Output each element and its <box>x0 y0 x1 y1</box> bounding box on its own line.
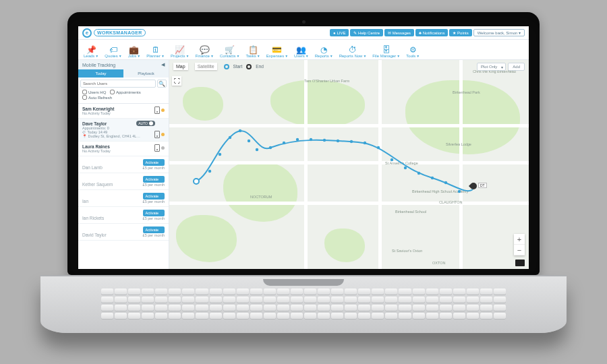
nav-leads[interactable]: 📌Leads▼ <box>84 46 98 58</box>
live-pill[interactable]: ● LIVE <box>330 29 349 36</box>
phone-icon <box>154 131 160 138</box>
end-marker-icon <box>246 64 252 69</box>
brand-mark: e <box>82 28 92 38</box>
activate-button[interactable]: Activate <box>143 176 165 183</box>
inactive-user-row: Dan LambActivate£5 per month <box>78 156 169 173</box>
sidebar-title: Mobile Tracking◀ <box>78 60 169 69</box>
svg-point-13 <box>350 140 353 143</box>
fullscreen-button[interactable]: ⛶ <box>172 76 181 86</box>
pin-icon: 📌 <box>86 46 96 54</box>
phone-icon <box>154 144 160 152</box>
help-centre-pill[interactable]: ✎ Help Centre <box>350 29 383 36</box>
briefcase-icon: 💼 <box>129 46 139 54</box>
cart-icon: 🛒 <box>225 46 235 54</box>
nav-users[interactable]: 👥Users▼ <box>294 46 309 58</box>
svg-point-11 <box>323 139 326 142</box>
svg-point-8 <box>283 142 285 144</box>
activate-button[interactable]: Activate <box>143 159 165 166</box>
end-marker[interactable]: DT <box>470 183 480 192</box>
phone-icon <box>154 107 160 114</box>
filter-auto-refresh[interactable]: Auto Refresh <box>82 95 112 100</box>
nav-finance[interactable]: 💬Finance▼ <box>196 46 214 58</box>
svg-point-16 <box>391 158 393 161</box>
tracking-route <box>169 60 529 269</box>
nav-reports-now[interactable]: ⏱Reports Now▼ <box>339 46 367 58</box>
map-type-tabs: Map Satellite Start End <box>173 63 264 70</box>
svg-point-1 <box>208 170 211 173</box>
nav-expenses[interactable]: 💳Expenses▼ <box>266 46 288 58</box>
user-row[interactable]: Laura Raines No Activity Today <box>78 142 169 156</box>
brand-logo[interactable]: e WORKSMANAGER <box>82 28 146 38</box>
laptop-mockup: e WORKSMANAGER ● LIVE ✎ Help Centre ✉ Me… <box>67 12 540 336</box>
tab-today[interactable]: Today <box>78 69 123 78</box>
inactive-user-row: IanActivate£5 per month <box>78 190 169 207</box>
svg-point-2 <box>219 153 221 156</box>
status-dot <box>161 133 165 136</box>
streetview-thumb[interactable] <box>515 260 525 266</box>
satellite-tab[interactable]: Satellite <box>195 63 217 70</box>
nav-contacts[interactable]: 🛒Contacts▼ <box>220 46 240 58</box>
nav-file-manager[interactable]: 🗄File Manager▼ <box>372 46 400 58</box>
map-area[interactable]: Tam O'Shanter Urban FarmBirkenhead ParkC… <box>169 60 529 269</box>
filter-checkboxes: Users HQ Appointments Auto Refresh <box>78 90 169 104</box>
archive-icon: 🗄 <box>382 46 391 54</box>
svg-point-9 <box>296 138 299 141</box>
pie-icon: ◔ <box>320 46 327 54</box>
nav-jobs[interactable]: 💼Jobs▼ <box>128 46 141 58</box>
plot-dropdown[interactable]: Plot Only <box>477 63 506 71</box>
map-tab[interactable]: Map <box>173 63 188 70</box>
clipboard-icon: 📋 <box>248 46 258 54</box>
close-icon[interactable]: ◀ <box>161 62 165 67</box>
add-button[interactable]: Add <box>508 63 525 71</box>
svg-point-19 <box>431 177 434 179</box>
route-legend: Start End <box>224 64 264 69</box>
svg-point-0 <box>194 179 199 184</box>
activate-button[interactable]: Activate <box>143 193 165 200</box>
auto-badge[interactable]: AUTO <box>136 121 155 126</box>
nav-reports[interactable]: ◔Reports▼ <box>315 46 333 58</box>
notifications-pill[interactable]: ♣ Notifications <box>415 29 448 36</box>
start-marker-icon <box>224 64 229 69</box>
inactive-user-row: David TaylorActivate£5 per month <box>78 224 169 241</box>
clock-icon: ⏱ <box>349 46 357 54</box>
chart-icon: 📈 <box>175 46 185 54</box>
filter-users-hq[interactable]: Users HQ <box>82 90 106 94</box>
laptop-deck <box>40 275 567 333</box>
svg-point-6 <box>256 148 258 151</box>
status-dot <box>161 109 165 112</box>
nav-tools[interactable]: ⚙Tools▼ <box>406 46 420 58</box>
activate-button[interactable]: Activate <box>143 226 165 233</box>
activate-button[interactable]: Activate <box>143 210 165 216</box>
svg-point-12 <box>337 140 339 142</box>
svg-point-20 <box>444 181 447 184</box>
user-menu[interactable]: Welcome back, Simon ▾ <box>473 29 525 36</box>
user-row-selected[interactable]: Dave Taylor Appointments: 0 ⏱ Today 14:4… <box>78 119 169 142</box>
tab-playback[interactable]: Playback <box>123 69 169 78</box>
top-bar: e WORKSMANAGER ● LIVE ✎ Help Centre ✉ Me… <box>78 26 529 40</box>
camera-dot <box>302 20 306 24</box>
svg-point-15 <box>377 146 380 149</box>
zoom-out-button[interactable]: − <box>514 245 525 255</box>
nav-quotes[interactable]: 🏷Quotes▼ <box>105 46 121 58</box>
search-users-input[interactable] <box>80 80 156 88</box>
svg-point-5 <box>248 140 250 142</box>
search-button[interactable]: 🔍 <box>157 80 167 88</box>
content-area: Mobile Tracking◀ Today Playback 🔍 Users … <box>78 60 529 269</box>
filter-appointments[interactable]: Appointments <box>110 90 141 94</box>
points-pill[interactable]: ★ Points <box>449 29 471 36</box>
messages-pill[interactable]: ✉ Messages <box>384 29 414 36</box>
tracking-sidebar: Mobile Tracking◀ Today Playback 🔍 Users … <box>78 60 169 269</box>
svg-point-4 <box>239 129 241 132</box>
svg-point-21 <box>458 190 461 193</box>
tag-icon: 🏷 <box>109 46 117 54</box>
calendar-icon: 🗓 <box>152 46 160 54</box>
status-dot <box>161 146 165 150</box>
user-row[interactable]: Sam Kenwright No Activity Today <box>78 104 169 119</box>
nav-tasks[interactable]: 📋Tasks▼ <box>246 46 260 58</box>
inactive-user-row: Kether SaquemActivate£5 per month <box>78 173 169 190</box>
nav-planner[interactable]: 🗓Planner▼ <box>146 46 165 58</box>
zoom-in-button[interactable]: + <box>514 234 525 245</box>
user-list: Sam Kenwright No Activity Today Dave Tay… <box>78 104 169 269</box>
users-icon: 👥 <box>296 46 306 54</box>
nav-projects[interactable]: 📈Projects▼ <box>171 46 190 58</box>
